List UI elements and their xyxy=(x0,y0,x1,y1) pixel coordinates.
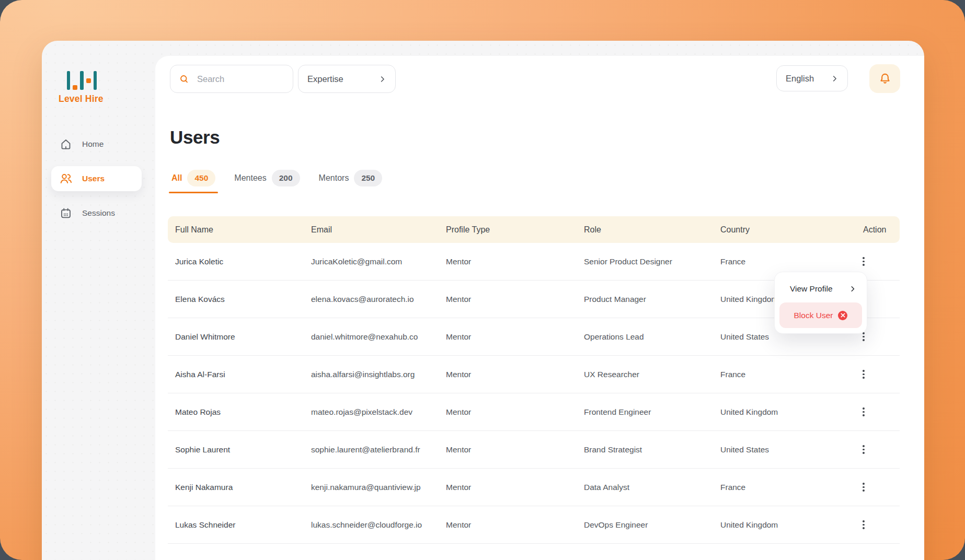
cell-profile-type: Mentor xyxy=(439,407,577,417)
column-header: Country xyxy=(713,225,856,235)
expertise-filter-label: Expertise xyxy=(307,74,343,84)
language-select-label: English xyxy=(786,74,814,84)
cell-role: Data Analyst xyxy=(577,483,713,492)
app-background: Level Hire Home xyxy=(0,0,965,560)
cell-profile-type: Mentor xyxy=(439,520,577,530)
brand-logo: Level Hire xyxy=(59,71,104,104)
tab-count-badge: 450 xyxy=(187,170,215,186)
language-select[interactable]: English xyxy=(776,65,848,91)
cell-role: Senior Product Designer xyxy=(577,257,713,266)
cell-email: daniel.whitmore@nexahub.co xyxy=(304,332,439,342)
cell-name: Kenji Nakamura xyxy=(168,483,304,492)
cell-email: sophie.laurent@atelierbrand.fr xyxy=(304,445,439,454)
cell-country: France xyxy=(713,370,856,379)
logo-bar xyxy=(80,71,83,90)
cell-name: Mateo Rojas xyxy=(168,407,304,417)
chevron-right-icon xyxy=(378,75,386,83)
view-profile-label: View Profile xyxy=(790,284,833,294)
logo-bar xyxy=(94,71,97,90)
cell-name: Lukas Schneider xyxy=(168,520,304,530)
cell-name: Sophie Laurent xyxy=(168,445,304,454)
bell-icon xyxy=(878,72,892,86)
sidebar-item-label: Sessions xyxy=(82,208,115,218)
block-user-menu-item[interactable]: Block User xyxy=(779,302,862,328)
sidebar: Level Hire Home xyxy=(42,41,155,560)
cell-profile-type: Mentor xyxy=(439,445,577,454)
screenshot-root: Level Hire Home xyxy=(0,0,965,560)
expertise-filter[interactable]: Expertise xyxy=(298,65,396,93)
row-actions-kebab-button[interactable] xyxy=(859,368,868,381)
cell-email: lukas.schneider@cloudforge.io xyxy=(304,520,439,530)
cell-name: Elena Kovács xyxy=(168,295,304,304)
cell-profile-type: Mentor xyxy=(439,295,577,304)
row-actions-kebab-button[interactable] xyxy=(859,443,868,457)
tab-count-badge: 200 xyxy=(272,170,300,186)
sidebar-item-home[interactable]: Home xyxy=(51,132,142,157)
cell-action xyxy=(856,518,900,532)
cell-action xyxy=(856,443,900,457)
column-header: Role xyxy=(577,225,713,235)
row-actions-kebab-button[interactable] xyxy=(859,481,868,494)
brand-name: Level Hire xyxy=(59,94,104,104)
block-user-label: Block User xyxy=(794,311,833,320)
cell-country: United Kingdom xyxy=(713,407,856,417)
cell-role: Product Manager xyxy=(577,295,713,304)
logo-bar xyxy=(67,71,70,90)
notifications-button[interactable] xyxy=(869,64,900,93)
cell-country: France xyxy=(713,257,856,266)
sidebar-item-label: Users xyxy=(82,174,105,183)
tab-label: Mentees xyxy=(234,173,266,183)
cell-name: Aisha Al-Farsi xyxy=(168,370,304,379)
cell-email: kenji.nakamura@quantiview.jp xyxy=(304,483,439,492)
cell-email: elena.kovacs@auroratech.io xyxy=(304,295,439,304)
column-header: Action xyxy=(856,225,900,235)
row-actions-kebab-button[interactable] xyxy=(859,255,868,269)
tab-all[interactable]: All 450 xyxy=(169,170,218,193)
home-icon xyxy=(59,137,73,151)
cell-action xyxy=(856,405,900,419)
table-row: Sophie Laurentsophie.laurent@atelierbran… xyxy=(168,431,900,469)
calendar-icon xyxy=(59,206,73,220)
cell-country: France xyxy=(713,483,856,492)
table-row: Aisha Al-Farsiaisha.alfarsi@insightlabs.… xyxy=(168,356,900,393)
cell-action xyxy=(856,368,900,381)
column-header: Profile Type xyxy=(439,225,577,235)
cell-name: Daniel Whitmore xyxy=(168,332,304,342)
cell-action xyxy=(856,255,900,269)
cell-email: mateo.rojas@pixelstack.dev xyxy=(304,407,439,417)
table-row: Kenji Nakamurakenji.nakamura@quantiview.… xyxy=(168,469,900,506)
table-header-row: Full NameEmailProfile TypeRoleCountryAct… xyxy=(168,216,900,243)
cell-email: JuricaKoletic@gmail.com xyxy=(304,257,439,266)
cell-role: Brand Strategist xyxy=(577,445,713,454)
view-profile-menu-item[interactable]: View Profile xyxy=(775,276,867,302)
block-x-icon xyxy=(838,311,847,320)
sidebar-item-sessions[interactable]: Sessions xyxy=(51,201,142,226)
logo-square xyxy=(73,85,77,90)
tab-mentees[interactable]: Mentees 200 xyxy=(232,170,302,193)
logo-square xyxy=(86,78,91,83)
page-title: Users xyxy=(170,127,220,148)
row-actions-kebab-button[interactable] xyxy=(859,405,868,419)
chevron-right-icon xyxy=(831,75,838,83)
tab-mentors[interactable]: Mentors 250 xyxy=(316,170,385,193)
column-header: Full Name xyxy=(168,225,304,235)
tab-count-badge: 250 xyxy=(354,170,382,186)
sidebar-nav: Home Users xyxy=(51,132,142,226)
main-content: Expertise English xyxy=(155,56,924,560)
brand-logo-icon xyxy=(67,71,97,90)
cell-action xyxy=(856,481,900,494)
cell-role: Frontend Engineer xyxy=(577,407,713,417)
user-filter-tabs: All 450 Mentees 200 Mentors 250 xyxy=(169,170,385,193)
chevron-right-icon xyxy=(849,285,856,293)
users-icon xyxy=(59,172,73,185)
cell-profile-type: Mentor xyxy=(439,370,577,379)
search-icon xyxy=(179,74,190,85)
row-actions-kebab-button[interactable] xyxy=(859,518,868,532)
app-card: Level Hire Home xyxy=(42,41,924,560)
sidebar-item-users[interactable]: Users xyxy=(51,166,142,191)
cell-country: United Kingdom xyxy=(713,520,856,530)
search-input[interactable] xyxy=(196,74,284,85)
column-header: Email xyxy=(304,225,439,235)
table-row: Lukas Schneiderlukas.schneider@cloudforg… xyxy=(168,506,900,544)
search-box xyxy=(170,65,293,93)
